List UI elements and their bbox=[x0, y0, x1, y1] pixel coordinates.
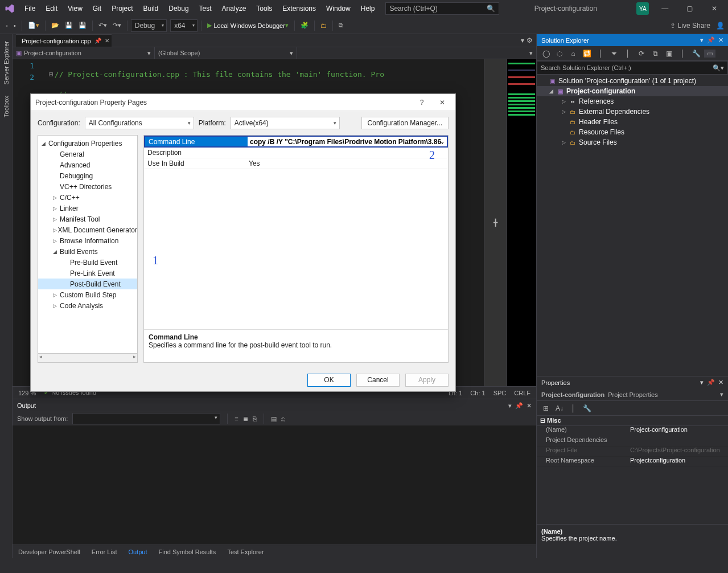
server-explorer-tab[interactable]: Server Explorer bbox=[2, 38, 11, 88]
tree-debugging[interactable]: Debugging bbox=[38, 170, 137, 181]
start-debugging-button[interactable]: ▶ Local Windows Debugger ▾ bbox=[205, 20, 291, 31]
toolbox-tab[interactable]: Toolbox bbox=[2, 92, 11, 121]
panel-dropdown-icon[interactable]: ▾ bbox=[700, 379, 704, 386]
platform-combo[interactable]: x64 bbox=[170, 19, 197, 32]
bottom-tab-find-symbol-results[interactable]: Find Symbol Results bbox=[153, 546, 222, 558]
output-close-icon[interactable]: ✕ bbox=[527, 402, 532, 410]
properties-grid[interactable]: ⊟ Misc (Name)Project-configurationProjec… bbox=[537, 416, 728, 524]
close-button[interactable]: ✕ bbox=[703, 0, 726, 17]
properties-tree[interactable]: ◢Configuration PropertiesGeneralAdvanced… bbox=[38, 135, 138, 363]
scope-project-combo[interactable]: ▣ Project-configuration▾ bbox=[13, 47, 155, 59]
tree-advanced[interactable]: Advanced bbox=[38, 159, 137, 170]
undo-button[interactable]: ↶▾ bbox=[96, 20, 109, 31]
tree-post-build-event[interactable]: Post-Build Event bbox=[38, 279, 137, 289]
panel-pin-icon[interactable]: 📌 bbox=[707, 379, 715, 386]
back-button[interactable]: ◦ bbox=[3, 21, 10, 31]
se-switch-icon[interactable]: 🔁 bbox=[581, 50, 593, 58]
tree-pre-build-event[interactable]: Pre-Build Event bbox=[38, 257, 137, 268]
tree-linker[interactable]: ▷Linker bbox=[38, 203, 137, 214]
document-tab[interactable]: Project-configuration.cpp 📌 ✕ bbox=[16, 34, 112, 47]
se-filter-icon[interactable]: ⏷ bbox=[608, 50, 620, 58]
tree-pre-link-event[interactable]: Pre-Link Event bbox=[38, 268, 137, 279]
command-line-row[interactable]: Command Line copy /B /Y "C:\Program File… bbox=[144, 136, 448, 148]
output-body[interactable] bbox=[13, 425, 536, 545]
save-button[interactable]: 💾 bbox=[63, 20, 75, 31]
folder-icon[interactable]: 🗀 bbox=[318, 21, 329, 31]
tree-build-events[interactable]: ◢Build Events bbox=[38, 246, 137, 257]
account-icon[interactable]: 👤 bbox=[716, 22, 725, 30]
menu-item-view[interactable]: View bbox=[63, 2, 88, 15]
window-layout-icon[interactable]: ⧉ bbox=[336, 20, 346, 31]
platform-combo[interactable]: Active(x64) bbox=[231, 117, 340, 129]
dialog-titlebar[interactable]: Project-configuration Property Pages ? ✕ bbox=[31, 94, 455, 111]
forward-button[interactable]: • bbox=[11, 21, 18, 31]
bottom-tab-output[interactable]: Output bbox=[122, 546, 153, 558]
new-item-button[interactable]: 📄▾ bbox=[26, 20, 42, 31]
apply-button[interactable]: Apply bbox=[405, 374, 449, 387]
categorized-icon[interactable]: ⊞ bbox=[540, 404, 552, 412]
dropdown-icon[interactable]: ⌄ bbox=[440, 138, 445, 145]
output-pin-icon[interactable]: 📌 bbox=[515, 402, 523, 410]
header-files-node[interactable]: 🗀Header Files bbox=[537, 117, 728, 127]
project-node[interactable]: ◢▣ Project-configuration bbox=[537, 86, 728, 96]
output-tool-icon[interactable]: ⎌ bbox=[281, 415, 285, 422]
tree-manifest-tool[interactable]: ▷Manifest Tool bbox=[38, 214, 137, 224]
tree-general[interactable]: General bbox=[38, 149, 137, 159]
alphabetical-icon[interactable]: A↓ bbox=[554, 404, 565, 412]
property-row[interactable]: Project Dependencies bbox=[537, 436, 728, 447]
se-preview-icon[interactable]: ▭ bbox=[704, 50, 715, 58]
se-properties-icon[interactable]: 🔧 bbox=[690, 50, 702, 58]
ok-button[interactable]: OK bbox=[307, 374, 351, 387]
description-row[interactable]: Description bbox=[144, 148, 448, 158]
configuration-manager-button[interactable]: Configuration Manager... bbox=[361, 117, 449, 129]
close-tab-icon[interactable]: ✕ bbox=[105, 38, 109, 44]
property-category[interactable]: ⊟ Misc bbox=[537, 416, 728, 426]
maximize-button[interactable]: ▢ bbox=[678, 0, 701, 17]
minimap[interactable]: .. .. .. ... .. bbox=[507, 59, 536, 386]
pin-icon[interactable]: 📌 bbox=[94, 38, 101, 44]
split-add-icon[interactable]: ╋ bbox=[484, 59, 507, 386]
tree-horizontal-scrollbar[interactable]: ◂▸ bbox=[38, 353, 137, 362]
panel-close-icon[interactable]: ✕ bbox=[718, 379, 723, 386]
configuration-combo[interactable]: All Configurations bbox=[85, 117, 194, 129]
solution-search[interactable]: Search Solution Explorer (Ctrl+;) 🔍▾ bbox=[537, 61, 728, 75]
se-home-icon[interactable]: ⌂ bbox=[567, 50, 579, 58]
panel-pin-icon[interactable]: 📌 bbox=[707, 36, 715, 44]
user-avatar[interactable]: YA bbox=[636, 2, 649, 15]
tree-code-analysis[interactable]: ▷Code Analysis bbox=[38, 300, 137, 311]
solution-node[interactable]: ▣ Solution 'Project-configuration' (1 of… bbox=[537, 76, 728, 86]
menu-item-extensions[interactable]: Extensions bbox=[277, 2, 321, 15]
menu-item-project[interactable]: Project bbox=[106, 2, 138, 15]
menu-item-debug[interactable]: Debug bbox=[163, 2, 194, 15]
use-in-build-row[interactable]: Use In Build Yes bbox=[144, 158, 448, 169]
solution-tree[interactable]: ▣ Solution 'Project-configuration' (1 of… bbox=[537, 75, 728, 376]
tree-c-c-[interactable]: ▷C/C++ bbox=[38, 192, 137, 203]
search-box[interactable]: Search (Ctrl+Q) 🔍 bbox=[385, 2, 499, 15]
property-row[interactable]: (Name)Project-configuration bbox=[537, 426, 728, 436]
tabs-gear-icon[interactable]: ⚙ bbox=[527, 36, 533, 44]
external-deps-node[interactable]: ▷🗀External Dependencies bbox=[537, 107, 728, 117]
tree-browse-information[interactable]: ▷Browse Information bbox=[38, 235, 137, 246]
output-tool-icon[interactable]: ≡ bbox=[235, 415, 238, 422]
live-share-button[interactable]: ⇪ Live Share bbox=[670, 22, 710, 30]
menu-item-tools[interactable]: Tools bbox=[251, 2, 277, 15]
bottom-tab-error-list[interactable]: Error List bbox=[86, 546, 123, 558]
minimize-button[interactable]: ― bbox=[653, 0, 676, 17]
property-row[interactable]: Root NamespaceProjectconfiguration bbox=[537, 457, 728, 467]
output-dropdown-icon[interactable]: ▾ bbox=[508, 402, 512, 410]
se-collapse-icon[interactable]: ⧉ bbox=[649, 50, 661, 58]
panel-close-icon[interactable]: ✕ bbox=[718, 36, 723, 44]
menu-item-analyze[interactable]: Analyze bbox=[217, 2, 252, 15]
output-source-combo[interactable] bbox=[72, 413, 220, 424]
dialog-close-icon[interactable]: ✕ bbox=[434, 99, 451, 107]
open-button[interactable]: 📂 bbox=[49, 20, 61, 31]
se-showall-icon[interactable]: ▣ bbox=[663, 50, 674, 58]
help-icon[interactable]: ? bbox=[413, 99, 430, 107]
menu-item-edit[interactable]: Edit bbox=[40, 2, 63, 15]
tree-custom-build-step[interactable]: ▷Custom Build Step bbox=[38, 289, 137, 300]
se-back-icon[interactable]: ◯ bbox=[540, 50, 552, 58]
properties-object-combo[interactable]: Project-configuration Project Properties… bbox=[537, 388, 728, 401]
menu-item-git[interactable]: Git bbox=[88, 2, 106, 15]
output-tool-icon[interactable]: ▤ bbox=[271, 415, 277, 423]
panel-dropdown-icon[interactable]: ▾ bbox=[700, 36, 704, 44]
